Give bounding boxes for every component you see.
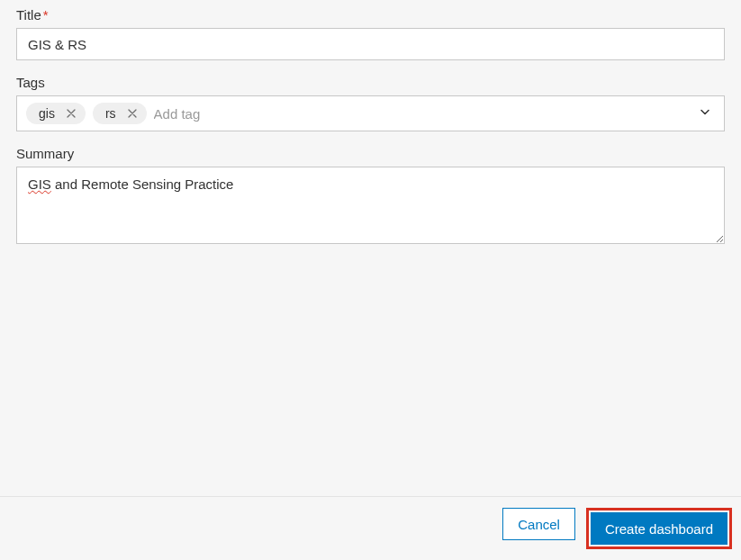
tags-add-input[interactable] [154,106,688,122]
tag-text: gis [39,106,55,121]
summary-label: Summary [16,146,725,161]
tag-chip: rs [93,103,147,124]
summary-field: Summary GIS and Remote Sensing Practice [16,146,725,244]
create-dashboard-button[interactable]: Create dashboard [591,512,727,545]
tag-text: rs [105,106,116,121]
dialog-footer: Cancel Create dashboard [0,496,741,560]
highlight-annotation: Create dashboard [586,508,732,549]
tag-chip: gis [26,103,86,124]
tags-input-box[interactable]: gis rs [16,95,725,131]
close-icon[interactable] [64,106,78,121]
title-input[interactable] [16,28,725,60]
title-label: Title* [16,7,725,23]
form-area: Title* Tags gis rs Summary [0,0,741,244]
title-label-text: Title [16,7,41,23]
required-marker: * [43,7,49,23]
cancel-button[interactable]: Cancel [502,508,575,540]
summary-text-rest: and Remote Sensing Practice [51,176,234,192]
summary-text-spellchecked: GIS [28,176,51,192]
summary-textarea[interactable]: GIS and Remote Sensing Practice [16,167,725,244]
tags-label: Tags [16,75,725,90]
title-field: Title* [16,7,725,60]
close-icon[interactable] [125,106,140,121]
chevron-down-icon[interactable] [699,106,711,122]
tags-field: Tags gis rs [16,75,725,131]
